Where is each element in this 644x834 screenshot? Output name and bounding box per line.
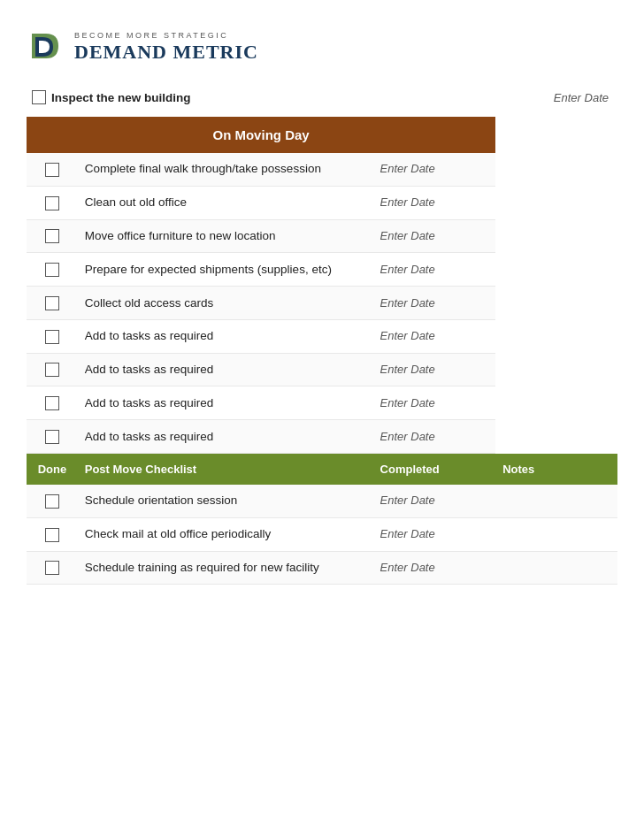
moving-done-5 <box>27 319 78 353</box>
post-notes-cell-1 <box>495 517 617 551</box>
moving-task-cell-5: Add to tasks as required <box>78 319 373 353</box>
post-date-cell-0: Enter Date <box>373 485 496 517</box>
moving-checkbox-3[interactable] <box>45 263 59 277</box>
moving-done-6 <box>27 353 78 386</box>
moving-date-1[interactable]: Enter Date <box>380 195 435 209</box>
moving-task-cell-3: Prepare for expected shipments (supplies… <box>78 253 373 287</box>
moving-date-0[interactable]: Enter Date <box>380 162 435 175</box>
post-date-cell-1: Enter Date <box>373 517 496 551</box>
moving-row-7: Add to tasks as required Enter Date <box>27 386 617 420</box>
moving-checkbox-4[interactable] <box>45 296 59 310</box>
post-notes-cell-2 <box>495 551 617 585</box>
moving-task-label-5: Add to tasks as required <box>85 329 214 342</box>
standalone-inspect-row: Inspect the new building Enter Date <box>27 83 617 117</box>
logo-area: Become More Strategic Demand Metric <box>0 18 644 83</box>
post-date-cell-2: Enter Date <box>373 551 496 585</box>
moving-task-cell-7: Add to tasks as required <box>78 386 373 420</box>
logo-tagline: Become More Strategic <box>74 31 258 40</box>
moving-done-2 <box>27 219 78 253</box>
moving-date-cell-6: Enter Date <box>373 353 496 386</box>
post-row-0: Schedule orientation session Enter Date <box>27 485 617 517</box>
post-done-2 <box>27 551 78 585</box>
moving-done-4 <box>27 287 78 320</box>
moving-row-8: Add to tasks as required Enter Date <box>27 420 617 454</box>
moving-checkbox-7[interactable] <box>45 396 59 410</box>
moving-task-label-2: Move office furniture to new location <box>85 229 276 242</box>
moving-task-cell-4: Collect old access cards <box>78 287 373 320</box>
moving-row-5: Add to tasks as required Enter Date <box>27 319 617 353</box>
moving-checkbox-6[interactable] <box>45 363 59 377</box>
moving-done-1 <box>27 186 78 219</box>
moving-date-3[interactable]: Enter Date <box>380 263 435 276</box>
moving-task-label-0: Complete final walk through/take possess… <box>85 162 321 175</box>
moving-row-0: Complete final walk through/take possess… <box>27 153 617 186</box>
moving-row-4: Collect old access cards Enter Date <box>27 287 617 320</box>
moving-row-1: Clean out old office Enter Date <box>27 186 617 219</box>
moving-checkbox-5[interactable] <box>45 330 59 344</box>
moving-date-cell-0: Enter Date <box>373 153 496 186</box>
post-task-cell-2: Schedule training as required for new fa… <box>78 551 373 585</box>
post-date-0[interactable]: Enter Date <box>380 494 435 507</box>
post-move-header-row: Done Post Move Checklist Completed Notes <box>27 454 617 486</box>
moving-date-cell-5: Enter Date <box>373 319 496 353</box>
moving-date-4[interactable]: Enter Date <box>380 296 435 310</box>
post-move-col-notes: Notes <box>495 454 617 486</box>
moving-checkbox-1[interactable] <box>45 196 59 210</box>
moving-date-5[interactable]: Enter Date <box>380 329 435 342</box>
moving-date-cell-3: Enter Date <box>373 253 496 287</box>
moving-checkbox-8[interactable] <box>45 430 59 444</box>
post-row-2: Schedule training as required for new fa… <box>27 551 617 585</box>
moving-checkbox-2[interactable] <box>45 229 59 243</box>
moving-task-cell-1: Clean out old office <box>78 186 373 219</box>
inspect-date-label[interactable]: Enter Date <box>554 91 609 104</box>
moving-date-cell-4: Enter Date <box>373 287 496 320</box>
post-date-1[interactable]: Enter Date <box>380 527 435 540</box>
moving-date-7[interactable]: Enter Date <box>380 396 435 409</box>
standalone-checkbox-wrapper <box>27 90 51 104</box>
post-task-label-0: Schedule orientation session <box>85 494 238 507</box>
moving-date-cell-2: Enter Date <box>373 219 496 253</box>
moving-task-cell-6: Add to tasks as required <box>78 353 373 386</box>
post-checkbox-2[interactable] <box>45 561 59 575</box>
moving-done-8 <box>27 420 78 454</box>
post-notes-cell-0 <box>495 485 617 517</box>
moving-date-8[interactable]: Enter Date <box>380 430 435 443</box>
inspect-task-label: Inspect the new building <box>51 91 554 104</box>
moving-task-label-7: Add to tasks as required <box>85 396 214 409</box>
post-task-cell-1: Check mail at old office periodically <box>78 517 373 551</box>
moving-task-cell-0: Complete final walk through/take possess… <box>78 153 373 186</box>
inspect-checkbox[interactable] <box>32 90 46 104</box>
moving-done-3 <box>27 253 78 287</box>
moving-task-cell-8: Add to tasks as required <box>78 420 373 454</box>
post-date-2[interactable]: Enter Date <box>380 561 435 574</box>
moving-done-0 <box>27 153 78 186</box>
moving-day-header-cell: On Moving Day <box>27 117 495 153</box>
moving-date-6[interactable]: Enter Date <box>380 363 435 376</box>
moving-date-cell-8: Enter Date <box>373 420 496 454</box>
moving-date-cell-7: Enter Date <box>373 386 496 420</box>
post-done-0 <box>27 485 78 517</box>
moving-task-label-4: Collect old access cards <box>85 296 214 310</box>
moving-checkbox-0[interactable] <box>45 163 59 177</box>
moving-task-label-3: Prepare for expected shipments (supplies… <box>85 263 332 276</box>
logo-name: Demand Metric <box>74 41 258 64</box>
moving-row-6: Add to tasks as required Enter Date <box>27 353 617 386</box>
moving-task-cell-2: Move office furniture to new location <box>78 219 373 253</box>
post-task-label-1: Check mail at old office periodically <box>85 527 272 540</box>
post-checkbox-0[interactable] <box>45 494 59 509</box>
logo-text-block: Become More Strategic Demand Metric <box>74 31 258 64</box>
moving-date-2[interactable]: Enter Date <box>380 229 435 242</box>
post-done-1 <box>27 517 78 551</box>
post-checkbox-1[interactable] <box>45 528 59 542</box>
post-row-1: Check mail at old office periodically En… <box>27 517 617 551</box>
post-move-col-task: Post Move Checklist <box>78 454 373 486</box>
moving-row-2: Move office furniture to new location En… <box>27 219 617 253</box>
post-move-col-completed: Completed <box>373 454 496 486</box>
moving-task-label-8: Add to tasks as required <box>85 430 214 443</box>
moving-day-header-row: On Moving Day <box>27 117 617 153</box>
post-task-cell-0: Schedule orientation session <box>78 485 373 517</box>
post-move-col-done: Done <box>27 454 78 486</box>
moving-row-3: Prepare for expected shipments (supplies… <box>27 253 617 287</box>
moving-done-7 <box>27 386 78 420</box>
moving-day-table: On Moving Day Complete final walk throug… <box>27 117 617 585</box>
